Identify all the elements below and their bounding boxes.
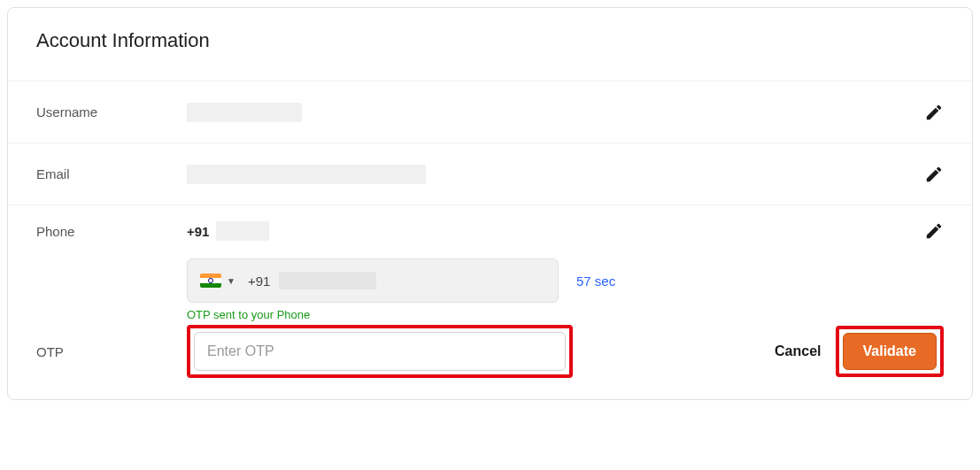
phone-number-redacted [279, 272, 376, 289]
phone-label: Phone [36, 224, 187, 239]
username-redacted [187, 103, 302, 122]
email-value [187, 165, 924, 184]
phone-redacted [216, 221, 269, 241]
email-label: Email [36, 166, 187, 181]
phone-value: +91 [187, 221, 924, 241]
email-redacted [187, 165, 426, 184]
combo-country-code: +91 [248, 274, 270, 289]
otp-actions: Cancel Validate [775, 326, 944, 377]
account-card: Account Information Username Email Phone… [7, 7, 973, 400]
pencil-icon[interactable] [924, 103, 944, 122]
validate-button[interactable]: Validate [843, 333, 937, 370]
page-title: Account Information [36, 29, 944, 52]
username-label: Username [36, 104, 187, 119]
email-row: Email [8, 143, 972, 204]
phone-section: Phone +91 ▼ +91 57 sec OTP sent to your … [8, 204, 972, 399]
username-value [187, 103, 924, 122]
otp-sent-message: OTP sent to your Phone [187, 308, 944, 321]
cancel-button[interactable]: Cancel [775, 343, 821, 359]
india-flag-icon [200, 274, 221, 288]
resend-timer: 57 sec [576, 274, 615, 289]
otp-label: OTP [36, 344, 187, 359]
otp-row: OTP Cancel Validate [36, 325, 944, 378]
username-row: Username [8, 81, 972, 143]
otp-input[interactable] [194, 332, 566, 371]
phone-row: Phone +91 [36, 221, 944, 241]
phone-country-code: +91 [187, 224, 209, 239]
pencil-icon[interactable] [924, 221, 944, 241]
phone-country-select[interactable]: ▼ +91 [187, 258, 559, 303]
phone-input-row: ▼ +91 57 sec [187, 258, 944, 303]
otp-input-highlight [187, 325, 573, 378]
chevron-down-icon: ▼ [227, 276, 235, 286]
validate-highlight: Validate [836, 326, 944, 377]
card-header: Account Information [8, 8, 972, 81]
pencil-icon[interactable] [924, 165, 944, 184]
